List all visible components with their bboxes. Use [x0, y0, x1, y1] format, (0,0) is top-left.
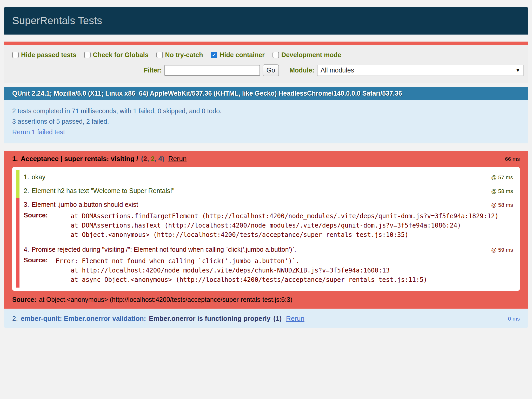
- test-item-passed[interactable]: 2. ember-qunit: Ember.onerror validation…: [4, 309, 528, 328]
- checkbox-icon[interactable]: ✓: [211, 52, 217, 58]
- checkbox-no-try-catch[interactable]: ✓ No try-catch: [156, 51, 203, 59]
- test-item-failed: 1. Acceptance | super rentals: visiting …: [4, 151, 528, 309]
- assertion-line: 4. Promise rejected during "visiting /":…: [24, 246, 514, 253]
- checkbox-label: No try-catch: [165, 51, 203, 59]
- assertion-number: 1.: [24, 173, 29, 181]
- checkbox-development-mode[interactable]: ✓ Development mode: [272, 51, 341, 59]
- test-name: Acceptance | super rentals: visiting /: [21, 155, 138, 163]
- test-number: 1.: [12, 155, 18, 163]
- test-runtime: 66 ms: [505, 156, 520, 162]
- chevron-down-icon: ▼: [515, 68, 520, 73]
- assertion-message: Element h2 has text "Welcome to Super Re…: [32, 187, 175, 195]
- source-label: Source:: [12, 296, 36, 303]
- checkbox-hide-container[interactable]: ✓ Hide container: [211, 51, 265, 59]
- testrunner-toolbar: ✓ Hide passed tests ✓ Check for Globals …: [4, 45, 528, 83]
- checkbox-label: Check for Globals: [93, 51, 149, 59]
- assertion-row: 1. okay @ 57 ms: [16, 170, 516, 184]
- checkbox-label: Development mode: [281, 51, 341, 59]
- assertion-message: Promise rejected during "visiting /": El…: [32, 246, 296, 253]
- source-label: Source:: [24, 256, 48, 264]
- checkbox-hide-passed-tests[interactable]: ✓ Hide passed tests: [12, 51, 76, 59]
- summary-line-assertions: 3 assertions of 5 passed, 2 failed.: [12, 116, 520, 127]
- checkbox-label: Hide passed tests: [21, 51, 76, 59]
- stack-trace: Error: Element not found when calling `c…: [56, 256, 427, 284]
- rerun-test-link[interactable]: Rerun: [286, 315, 304, 323]
- test-header[interactable]: 1. Acceptance | super rentals: visiting …: [12, 155, 520, 163]
- test-source: Source: at Object.<anonymous> (http://lo…: [12, 296, 520, 303]
- assertion-line: 2. Element h2 has text "Welcome to Super…: [24, 187, 514, 195]
- assertion-number: 2.: [24, 187, 29, 195]
- assertion-line: 1. okay @ 57 ms: [24, 173, 514, 181]
- go-button[interactable]: Go: [263, 64, 279, 76]
- assertion-runtime: @ 59 ms: [491, 247, 514, 253]
- assertion-message: okay: [32, 173, 45, 181]
- total-count: 4: [158, 155, 162, 163]
- module-select[interactable]: All modules ▼: [317, 65, 523, 76]
- failed-count: 2: [143, 155, 151, 163]
- assertion-count: 1: [273, 315, 282, 323]
- assertion-message: Element .jumbo a.button should exist: [32, 201, 138, 208]
- checkbox-check-for-globals[interactable]: ✓ Check for Globals: [84, 51, 149, 59]
- checkbox-icon[interactable]: ✓: [272, 52, 279, 58]
- checkbox-icon[interactable]: ✓: [156, 52, 163, 58]
- test-number: 2.: [12, 315, 18, 323]
- test-runtime: 0 ms: [508, 316, 520, 322]
- test-source-location: at Object.<anonymous> (http://localhost:…: [39, 296, 292, 303]
- summary-line-completed: 2 tests completed in 71 milliseconds, wi…: [12, 106, 520, 116]
- checkbox-icon[interactable]: ✓: [12, 52, 19, 58]
- assertion-number: 4.: [24, 246, 29, 253]
- module-select-value: All modules: [321, 66, 354, 74]
- assertion-row: 4. Promise rejected during "visiting /":…: [16, 243, 516, 288]
- page-title: SuperRentals Tests: [4, 7, 528, 35]
- page-title-text: SuperRentals Tests: [12, 15, 102, 26]
- filter-input[interactable]: [164, 65, 260, 76]
- assertion-runtime: @ 58 ms: [491, 202, 514, 208]
- assertion-number: 3.: [24, 201, 29, 208]
- checkbox-icon[interactable]: ✓: [84, 52, 91, 58]
- rerun-test-link[interactable]: Rerun: [168, 155, 187, 163]
- qunit-page: SuperRentals Tests ✓ Hide passed tests ✓…: [4, 7, 528, 328]
- assertion-line: 3. Element .jumbo a.button should exist …: [24, 201, 514, 208]
- test-result-summary: 2 tests completed in 71 milliseconds, wi…: [4, 100, 528, 144]
- assertion-row: 3. Element .jumbo a.button should exist …: [16, 198, 516, 243]
- assertion-runtime: @ 58 ms: [491, 188, 514, 194]
- source-label: Source:: [24, 211, 48, 219]
- checkmark-icon: ✓: [212, 52, 216, 57]
- assertion-source: Source: at DOMAssertions.findTargetEleme…: [24, 211, 514, 240]
- module-name: ember-qunit: Ember.onerror validation:: [21, 315, 146, 323]
- test-name: Ember.onerror is functioning properly: [149, 315, 270, 323]
- rerun-failed-tests-link[interactable]: Rerun 1 failed test: [12, 127, 65, 137]
- module-label: Module:: [289, 66, 314, 74]
- result-banner-fail: [4, 42, 528, 45]
- assertion-list: 1. okay @ 57 ms 2. Element h2 has text "…: [12, 167, 520, 291]
- assertion-row: 2. Element h2 has text "Welcome to Super…: [16, 184, 516, 198]
- passed-count: 2: [151, 155, 158, 163]
- assertion-source: Source: Error: Element not found when ca…: [24, 256, 514, 284]
- filter-label: Filter:: [144, 66, 162, 74]
- toolbar-filter-row: Filter: Go Module: All modules ▼: [4, 64, 528, 76]
- assertion-counts: 224: [141, 155, 164, 163]
- toolbar-checkbox-row: ✓ Hide passed tests ✓ Check for Globals …: [12, 51, 528, 59]
- user-agent-bar: QUnit 2.24.1; Mozilla/5.0 (X11; Linux x8…: [4, 87, 528, 100]
- checkbox-label: Hide container: [220, 51, 265, 59]
- stack-trace: at DOMAssertions.findTargetElement (http…: [56, 211, 498, 240]
- assertion-runtime: @ 57 ms: [491, 174, 514, 181]
